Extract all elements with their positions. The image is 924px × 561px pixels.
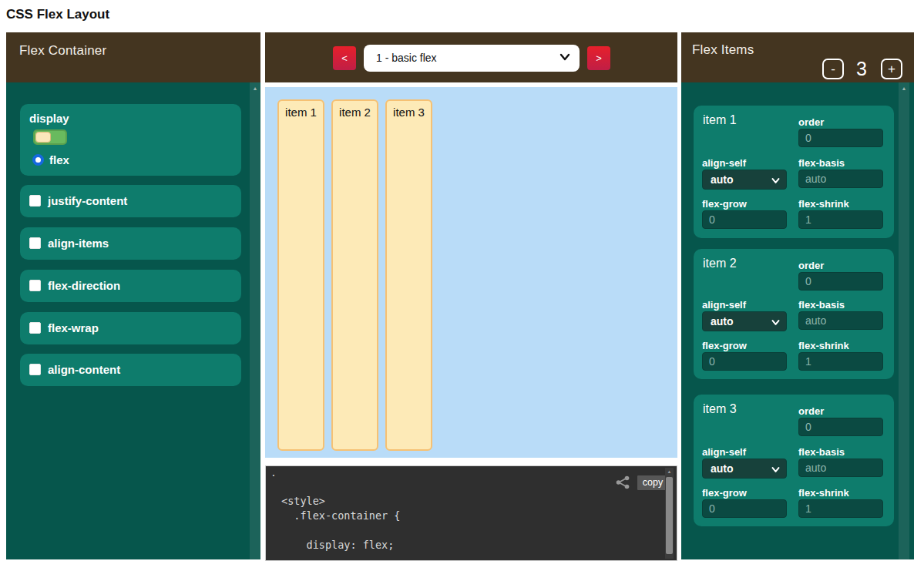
flex-container-title: Flex Container (19, 43, 106, 59)
flex-shrink-label: flex-shrink (798, 198, 849, 210)
code-scroll-thumb[interactable] (666, 477, 673, 554)
chevron-down-icon (771, 465, 780, 474)
align-self-label: align-self (702, 446, 746, 458)
flex-container-header: Flex Container (6, 32, 260, 82)
display-label: display (29, 112, 69, 125)
align-self-label: align-self (702, 157, 746, 169)
item-1-align-self-value: auto (711, 173, 734, 186)
item-2-order-input[interactable] (798, 272, 883, 291)
flex-grow-label: flex-grow (702, 340, 747, 351)
item-3-flex-basis-input[interactable] (798, 459, 883, 477)
item-3-order-input[interactable] (798, 418, 883, 436)
justify-content-checkbox[interactable] (29, 195, 41, 207)
flex-direction-checkbox[interactable] (29, 280, 41, 291)
item-2-title: item 2 (703, 257, 737, 270)
flex-shrink-label: flex-shrink (798, 340, 849, 351)
justify-content-label: justify-content (48, 194, 127, 207)
item-3-flex-shrink-input[interactable] (798, 499, 883, 518)
example-nav-header: < 1 - basic flex > (265, 32, 677, 82)
item-1-align-self-select[interactable]: auto (702, 170, 787, 190)
flex-items-body: ▲ item 1 order align-self auto flex-basi… (681, 82, 914, 559)
scroll-up-icon[interactable]: ▲ (899, 86, 909, 91)
example-select-value: 1 - basic flex (376, 52, 437, 64)
item-2-card: item 2 order align-self auto flex-basis … (694, 249, 894, 379)
flex-wrap-label: flex-wrap (48, 321, 99, 334)
scroll-up-icon[interactable]: ▲ (250, 86, 260, 91)
align-content-label: align-content (48, 363, 120, 376)
property-card-justify-content[interactable]: justify-content (20, 185, 241, 217)
property-card-align-items[interactable]: align-items (20, 227, 241, 260)
flex-preview-container: item 1 item 2 item 3 (265, 87, 677, 458)
prev-example-button[interactable]: < (333, 46, 356, 70)
flex-basis-label: flex-basis (798, 157, 845, 169)
item-2-flex-grow-input[interactable] (702, 352, 787, 371)
flex-container-body: ▲ display flex justify-content align-ite… (6, 82, 260, 559)
item-2-align-self-select[interactable]: auto (702, 311, 787, 331)
item-1-flex-shrink-input[interactable] (798, 210, 883, 229)
item-1-title: item 1 (703, 113, 737, 127)
item-3-flex-grow-input[interactable] (702, 499, 787, 518)
display-toggle[interactable] (33, 129, 67, 145)
page-title: CSS Flex Layout (6, 7, 109, 22)
order-label: order (798, 260, 824, 271)
left-panel-scrollbar[interactable]: ▲ (250, 82, 260, 559)
item-3-align-self-select[interactable]: auto (702, 459, 787, 479)
property-card-flex-wrap[interactable]: flex-wrap (20, 312, 241, 344)
item-1-flex-basis-input[interactable] (798, 170, 883, 188)
add-item-button[interactable]: + (881, 59, 902, 79)
code-dot: . (270, 467, 277, 479)
item-3-card: item 3 order align-self auto flex-basis … (694, 395, 894, 526)
order-label: order (798, 116, 824, 128)
chevron-down-icon (771, 176, 780, 185)
align-self-label: align-self (702, 299, 746, 311)
align-items-label: align-items (48, 237, 109, 250)
flex-wrap-checkbox[interactable] (29, 322, 41, 334)
flex-container-panel: Flex Container ▲ display flex justify-co… (6, 32, 260, 559)
next-example-button[interactable]: > (587, 46, 610, 70)
code-text: <style> .flex-container { display: flex; (281, 494, 400, 553)
item-1-flex-grow-input[interactable] (702, 210, 787, 229)
scroll-up-icon[interactable]: ▲ (665, 469, 674, 474)
preview-item-2: item 2 (331, 99, 378, 451)
align-content-checkbox[interactable] (29, 364, 41, 375)
copy-button[interactable]: copy (637, 475, 668, 490)
item-2-flex-basis-input[interactable] (798, 311, 883, 330)
flex-direction-label: flex-direction (48, 279, 120, 292)
preview-item-1: item 1 (277, 99, 324, 451)
chevron-down-icon (559, 52, 570, 62)
flex-grow-label: flex-grow (702, 487, 747, 499)
example-select[interactable]: 1 - basic flex (364, 45, 580, 72)
display-flex-radio-label: flex (49, 153, 69, 166)
right-panel-scrollbar[interactable]: ▲ (899, 82, 909, 559)
remove-item-button[interactable]: - (822, 59, 844, 79)
display-flex-radio[interactable] (32, 154, 44, 166)
preview-item-3: item 3 (385, 99, 432, 451)
flex-basis-label: flex-basis (798, 299, 845, 311)
flex-items-header: Flex Items - 3 + (681, 32, 914, 82)
item-2-flex-shrink-input[interactable] (798, 352, 883, 371)
toggle-knob-icon (35, 132, 51, 143)
chevron-down-icon (771, 318, 780, 327)
flex-grow-label: flex-grow (702, 198, 747, 210)
flex-items-title: Flex Items (692, 42, 754, 58)
display-card: display flex (20, 104, 241, 176)
code-panel: . <style> .flex-container { display: fle… (265, 465, 677, 561)
item-count: 3 (850, 58, 873, 80)
item-1-card: item 1 order align-self auto flex-basis … (694, 106, 894, 238)
align-items-checkbox[interactable] (29, 237, 41, 249)
flex-shrink-label: flex-shrink (798, 487, 849, 499)
property-card-flex-direction[interactable]: flex-direction (20, 270, 241, 302)
item-3-align-self-value: auto (711, 462, 734, 475)
order-label: order (798, 405, 824, 417)
share-icon[interactable] (614, 474, 631, 491)
item-1-order-input[interactable] (798, 129, 883, 147)
property-card-align-content[interactable]: align-content (20, 354, 241, 386)
item-2-align-self-value: auto (711, 315, 734, 328)
flex-items-panel: Flex Items - 3 + ▲ item 1 order align-se… (681, 32, 914, 559)
flex-basis-label: flex-basis (798, 446, 845, 458)
code-scrollbar[interactable]: ▲ (665, 468, 674, 559)
item-3-title: item 3 (703, 402, 737, 416)
